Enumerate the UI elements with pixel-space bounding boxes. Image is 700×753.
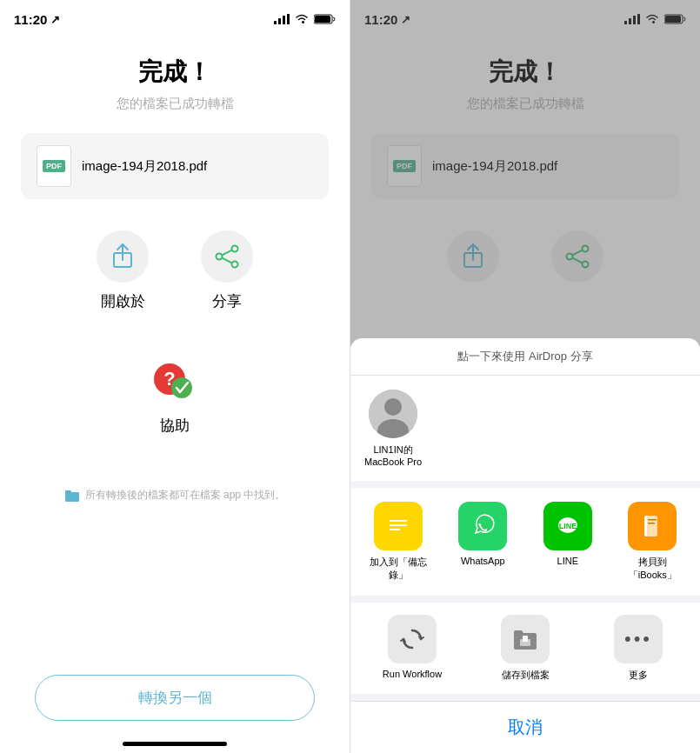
airdrop-contacts: LIN1IN的MacBook Pro — [350, 376, 700, 481]
svg-rect-42 — [648, 523, 655, 524]
left-title: 完成！ — [138, 56, 211, 89]
svg-rect-41 — [648, 519, 657, 521]
app-ibooks[interactable]: 拷貝到「iBooks」 — [621, 502, 683, 582]
more-label: 更多 — [629, 669, 648, 682]
svg-point-14 — [171, 377, 192, 398]
person-icon — [369, 390, 417, 438]
open-icon — [110, 243, 135, 270]
contact-avatar — [369, 390, 417, 438]
notes-label: 加入到「備忘錄」 — [367, 556, 430, 582]
left-subtitle: 您的檔案已成功轉檔 — [117, 96, 234, 112]
run-workflow-button[interactable]: Run Workflow — [381, 615, 443, 682]
savefile-label: 儲存到檔案 — [502, 669, 550, 682]
contact-macbook[interactable]: LIN1IN的MacBook Pro — [364, 390, 422, 467]
left-location-icon: ↗ — [50, 13, 60, 26]
action-row-2: Run Workflow 儲存到檔案 ••• 更多 — [350, 603, 700, 694]
savefile-icon — [501, 615, 550, 663]
share-button[interactable]: 分享 — [201, 230, 253, 311]
svg-rect-1 — [278, 18, 281, 24]
open-icon-wrap — [97, 230, 149, 283]
help-icon: ? — [150, 357, 199, 405]
line-logo-icon: LINE — [552, 510, 583, 542]
left-action-row: 開啟於 分享 — [97, 230, 253, 311]
left-signal-icon — [274, 14, 290, 24]
svg-line-10 — [222, 250, 231, 256]
svg-rect-2 — [283, 16, 285, 24]
save-file-button[interactable]: 儲存到檔案 — [494, 615, 557, 682]
app-whatsapp[interactable]: WhatsApp — [451, 502, 514, 582]
left-status-icons — [274, 14, 336, 24]
svg-rect-40 — [647, 516, 657, 536]
share-label: 分享 — [212, 291, 242, 311]
ibooks-label: 拷貝到「iBooks」 — [629, 556, 677, 582]
svg-rect-5 — [315, 16, 330, 23]
share-icon-wrap — [201, 230, 253, 283]
share-icon — [214, 244, 240, 269]
svg-point-8 — [217, 254, 223, 260]
workflow-icon — [388, 615, 437, 663]
ibooks-icon — [628, 502, 677, 550]
left-time: 11:20 ↗ — [14, 12, 60, 27]
left-file-name: image-194月2018.pdf — [82, 158, 207, 175]
ibooks-logo-icon — [637, 510, 668, 542]
whatsapp-logo-icon — [467, 510, 498, 542]
svg-text:LINE: LINE — [558, 522, 577, 530]
convert-button[interactable]: 轉換另一個 — [35, 675, 315, 721]
help-label: 協助 — [160, 416, 190, 436]
footer-note-text: 所有轉換後的檔案都可在檔案 app 中找到。 — [85, 488, 286, 503]
app-line[interactable]: LINE LINE — [537, 502, 599, 582]
svg-line-11 — [222, 258, 231, 263]
app-icons-row: 加入到「備忘錄」 WhatsApp LINE — [350, 488, 700, 596]
svg-point-9 — [232, 262, 238, 268]
contact-name: LIN1IN的MacBook Pro — [364, 443, 422, 467]
open-label: 開啟於 — [101, 291, 145, 311]
svg-rect-0 — [274, 21, 277, 24]
share-sheet: 點一下來使用 AirDrop 分享 LIN1IN的MacBook Pro — [350, 338, 700, 753]
help-button[interactable]: ? 協助 — [149, 355, 201, 436]
airdrop-bar: 點一下來使用 AirDrop 分享 — [350, 338, 700, 376]
left-wifi-icon — [295, 14, 309, 24]
airdrop-hint-text: 點一下來使用 AirDrop 分享 — [457, 350, 592, 363]
app-notes[interactable]: 加入到「備忘錄」 — [367, 502, 430, 582]
folder-save-icon — [512, 627, 538, 651]
whatsapp-label: WhatsApp — [461, 556, 505, 566]
folder-icon — [64, 489, 80, 503]
help-icon-wrap: ? — [149, 355, 201, 407]
notes-lines-icon — [383, 510, 414, 542]
left-file-card: PDF image-194月2018.pdf — [21, 133, 329, 199]
notes-icon — [374, 502, 423, 550]
svg-point-28 — [384, 398, 402, 416]
left-footer-note: 所有轉換後的檔案都可在檔案 app 中找到。 — [56, 488, 295, 503]
line-label: LINE — [557, 556, 578, 566]
line-icon: LINE — [543, 502, 592, 550]
right-panel: 11:20 ↗ — [350, 0, 700, 753]
open-button[interactable]: 開啟於 — [97, 230, 149, 311]
left-battery-icon — [314, 14, 336, 24]
more-button[interactable]: ••• 更多 — [607, 615, 670, 682]
left-pdf-label: PDF — [43, 160, 65, 172]
left-pdf-icon: PDF — [37, 145, 71, 187]
cancel-button[interactable]: 取消 — [350, 701, 700, 753]
left-status-bar: 11:20 ↗ — [0, 0, 350, 38]
workflow-label: Run Workflow — [383, 669, 442, 679]
left-time-text: 11:20 — [14, 12, 47, 27]
more-dots-icon: ••• — [614, 615, 663, 663]
whatsapp-icon — [458, 502, 507, 550]
left-content: 完成！ 您的檔案已成功轉檔 PDF image-194月2018.pdf 開啟於 — [0, 38, 350, 675]
svg-rect-44 — [523, 636, 528, 642]
svg-rect-3 — [287, 14, 290, 24]
left-panel: 11:20 ↗ 完成！ — [0, 0, 350, 753]
left-home-indicator — [123, 742, 227, 746]
svg-point-7 — [232, 246, 238, 252]
workflow-arrows-icon — [399, 626, 425, 652]
